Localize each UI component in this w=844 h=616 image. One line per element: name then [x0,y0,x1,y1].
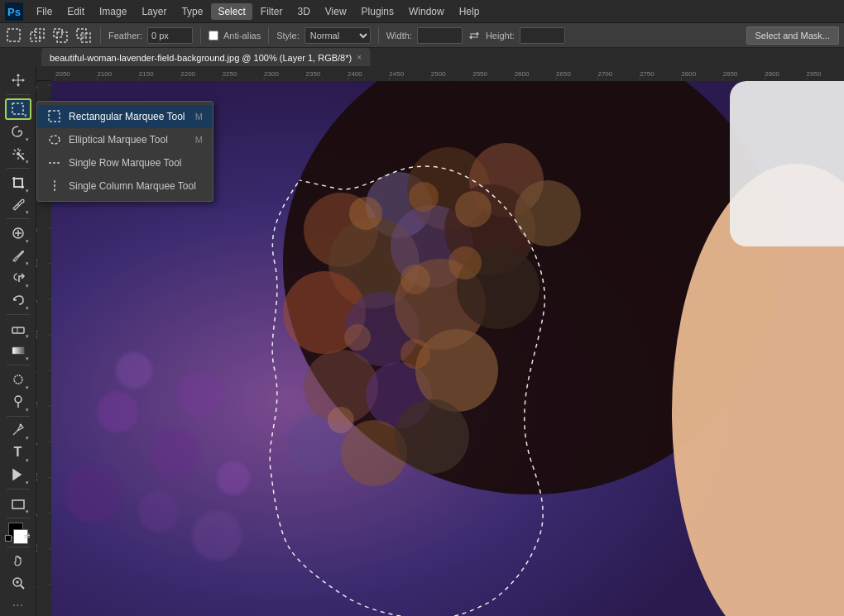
select-and-mask-button[interactable]: Select and Mask... [746,26,840,45]
svg-rect-26 [12,347,24,354]
height-label: Height: [486,31,515,41]
tab-bar: beautiful-woman-lavender-field-backgroun… [0,48,844,68]
svg-point-28 [15,396,22,403]
tool-sep-9 [7,547,30,547]
dropdown-item-single-column-marquee[interactable]: Single Column Marquee Tool [37,174,213,198]
tab-close-btn[interactable]: × [357,53,362,62]
menu-edit[interactable]: Edit [60,3,91,20]
svg-text:Ps: Ps [7,6,21,18]
history-brush-tool[interactable]: ▾ [5,289,31,311]
eraser-tool[interactable]: ▾ [5,318,31,339]
dropdown-item-label-elliptical: Elliptical Marquee Tool [69,134,168,146]
svg-point-66 [455,191,492,227]
style-select[interactable]: Normal Fixed Ratio Fixed Size [305,27,371,44]
height-input[interactable] [520,27,565,44]
dropdown-item-elliptical-marquee[interactable]: Elliptical Marquee Tool M [37,128,213,151]
ruler-top: // Generated inline [36,66,844,81]
menu-3d[interactable]: 3D [290,3,316,20]
svg-rect-73 [730,81,844,246]
tool-sep-2 [7,168,30,169]
dodge-tool[interactable]: ▾ [5,391,31,413]
width-label: Width: [386,31,412,41]
feather-label: Feather: [108,31,142,41]
svg-point-42 [64,466,122,523]
more-tools-btn[interactable]: ··· [12,598,23,613]
text-tool[interactable]: T ▾ [5,442,31,463]
gradient-tool[interactable]: ▾ [5,340,31,361]
zoom-tool[interactable] [5,572,31,594]
dropdown-item-single-row-marquee[interactable]: Single Row Marquee Tool [37,151,213,174]
antialias-checkbox[interactable] [209,31,218,41]
svg-point-65 [409,182,439,212]
svg-rect-2 [7,29,20,41]
menu-select[interactable]: Select [211,3,252,20]
toolbar: ▾ ▾ ▾ ▾ ▾ [0,66,36,616]
add-selection-btn[interactable] [28,26,46,45]
document-tab[interactable]: beautiful-woman-lavender-field-backgroun… [41,48,371,68]
menu-image[interactable]: Image [93,3,133,20]
svg-point-60 [415,329,498,412]
svg-point-68 [448,246,482,279]
menu-type[interactable]: Type [175,3,209,20]
lasso-tool[interactable]: ▾ [5,121,31,142]
svg-point-64 [349,197,382,230]
pen-tool[interactable]: ▾ [5,419,31,441]
svg-point-43 [138,490,180,532]
options-bar: Feather: Anti-alias Style: Normal Fixed … [0,23,844,48]
shape-tool[interactable]: ▾ [5,493,31,514]
eyedropper-tool[interactable]: ▾ [5,194,31,216]
healing-tool[interactable]: ▾ [5,222,31,244]
svg-line-18 [19,150,21,151]
tool-sep-7 [7,489,30,489]
menu-layer[interactable]: Layer [135,3,173,20]
move-tool[interactable] [5,69,31,91]
blur-tool[interactable]: ▾ [5,369,31,390]
style-label: Style: [276,31,300,41]
svg-point-19 [17,152,20,155]
svg-point-38 [151,428,200,478]
svg-point-67 [400,265,430,294]
path-select-tool[interactable]: ▾ [5,464,31,485]
menu-bar: Ps File Edit Image Layer Type Select Fil… [0,0,844,23]
menu-filter[interactable]: Filter [254,3,290,20]
svg-point-69 [344,324,371,351]
svg-rect-11 [12,103,23,114]
swap-dimensions-btn[interactable] [468,26,481,45]
svg-line-33 [21,585,24,589]
menu-plugins[interactable]: Plugins [355,3,400,20]
dropdown-item-label-rectangular: Rectangular Marquee Tool [69,111,185,122]
antialias-label: Anti-alias [223,31,261,41]
width-input[interactable] [417,27,463,44]
default-colors-btn[interactable] [5,535,12,542]
rectangular-marquee-icon [47,109,62,124]
clone-stamp-tool[interactable]: ▾ [5,267,31,289]
crop-tool[interactable]: ▾ [5,172,31,193]
tab-title: beautiful-woman-lavender-field-backgroun… [50,53,352,63]
dropdown-item-rectangular-marquee[interactable]: Rectangular Marquee Tool M [37,105,213,128]
color-swatches[interactable]: ⇌ [5,523,31,542]
intersect-selection-btn[interactable] [74,26,93,45]
dropdown-item-shortcut-rectangular: M [195,112,203,122]
new-selection-btn[interactable] [5,26,23,45]
menu-help[interactable]: Help [453,3,487,20]
menu-window[interactable]: Window [402,3,451,20]
marquee-tool[interactable]: ▾ [5,98,31,121]
tool-sep-3 [7,218,30,219]
subtract-selection-btn[interactable] [51,26,70,45]
svg-point-40 [116,352,152,389]
magic-wand-tool[interactable]: ▾ [5,143,31,165]
tool-sep-1 [7,94,30,95]
svg-rect-24 [12,327,24,333]
svg-point-30 [19,424,22,427]
menu-file[interactable]: File [30,3,59,20]
svg-point-70 [400,339,430,369]
swap-colors-btn[interactable]: ⇌ [24,532,31,540]
svg-rect-10 [36,66,844,81]
hand-tool[interactable] [5,550,31,571]
feather-input[interactable] [147,27,193,44]
tool-dropdown: Rectangular Marquee Tool M Elliptical Ma… [36,101,213,202]
tool-sep-5 [7,365,30,365]
svg-point-221 [50,136,60,144]
menu-view[interactable]: View [319,3,353,20]
brush-tool[interactable]: ▾ [5,245,31,266]
